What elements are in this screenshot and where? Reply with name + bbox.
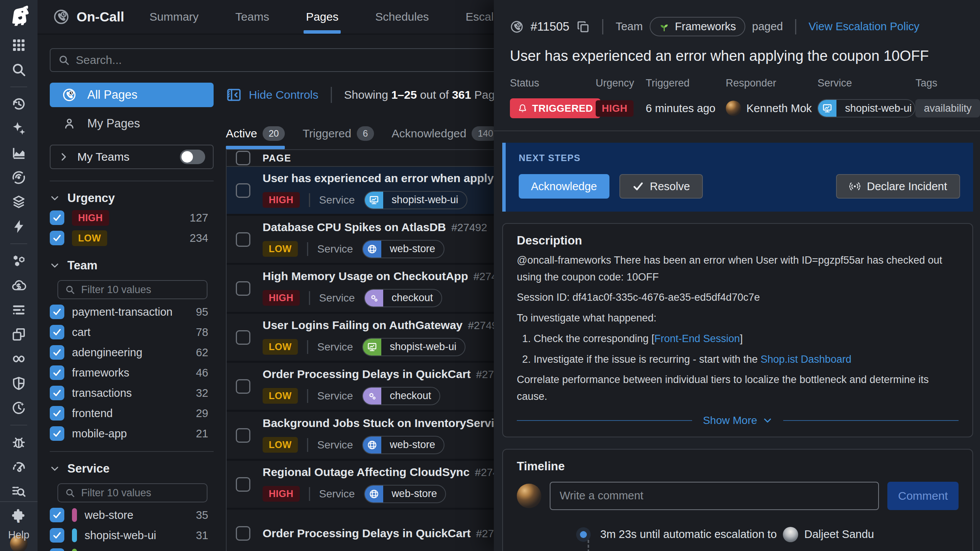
infrastructure-hexagons-icon[interactable] (11, 253, 26, 269)
team-checkbox[interactable] (50, 325, 64, 339)
row-checkbox[interactable] (236, 330, 250, 345)
shopist-dashboard-link[interactable]: Shop.ist Dashboard (761, 354, 851, 365)
service-chip[interactable]: checkout (364, 289, 442, 307)
urgency-label: Urgency (596, 77, 646, 89)
urgency-checkbox[interactable] (50, 231, 64, 245)
event-dot-col (576, 531, 591, 538)
divider (309, 487, 310, 501)
investigate-line: To investigate what happened: (517, 310, 959, 327)
urgency-checkbox[interactable] (50, 210, 64, 225)
team-checkbox[interactable] (50, 365, 64, 380)
team-label: frameworks (72, 367, 129, 379)
service-chip[interactable]: web-store (364, 485, 446, 503)
log-explorer-icon[interactable] (11, 484, 26, 499)
slo-clock-icon[interactable] (11, 400, 26, 416)
team-checkbox[interactable] (50, 345, 64, 360)
integrations-layers-icon[interactable] (11, 194, 26, 210)
history-icon[interactable] (11, 96, 26, 112)
show-more-button[interactable]: Show More (703, 414, 773, 427)
service-chip[interactable]: web-store (362, 436, 444, 454)
service-filter-input[interactable] (81, 487, 217, 499)
row-checkbox[interactable] (236, 477, 250, 492)
team-filter-input[interactable] (81, 284, 217, 296)
row-checkbox[interactable] (236, 526, 250, 541)
row-checkbox[interactable] (236, 281, 250, 296)
copy-id-icon[interactable] (576, 20, 590, 34)
service-chip[interactable]: web-store (362, 240, 444, 258)
select-all-checkbox[interactable] (236, 151, 250, 165)
row-checkbox[interactable] (236, 428, 250, 443)
my-teams-toggle[interactable] (180, 150, 205, 164)
cloud-cost-icon[interactable] (11, 278, 26, 293)
page-row-title: Database CPU Spikes on AtlasDB#27492 (263, 221, 487, 234)
help-label[interactable]: Help (8, 529, 29, 541)
service-section-header[interactable]: Service (50, 462, 214, 476)
security-shield-icon[interactable] (11, 376, 26, 391)
search-icon[interactable] (11, 62, 26, 77)
team-checkbox[interactable] (50, 386, 64, 400)
monitor-icon (367, 342, 377, 352)
help-icon[interactable]: ? (14, 509, 23, 526)
nav-tab-pages[interactable]: Pages (306, 0, 338, 34)
service-chip[interactable]: shopist-web-ui (364, 191, 467, 209)
quick-actions-bolt-icon[interactable] (11, 219, 26, 234)
left-icon-rail: ? Help (0, 0, 38, 551)
service-checkbox[interactable] (50, 528, 64, 543)
divider (307, 242, 308, 256)
watchdog-eye-icon[interactable] (11, 170, 26, 185)
log-pipelines-icon[interactable] (11, 302, 26, 318)
service-chip[interactable]: shopist-web-ui (362, 338, 466, 356)
service-chip[interactable]: shopist-web-ui (817, 99, 915, 117)
copilot-sparkles-icon[interactable] (11, 121, 26, 136)
apps-grid-icon[interactable] (11, 37, 26, 53)
front-end-session-link[interactable]: Front-End Session (654, 333, 740, 344)
apm-gauge-icon[interactable] (11, 459, 26, 474)
team-checkbox[interactable] (50, 305, 64, 319)
view-escalation-policy-link[interactable]: View Escalation Policy (808, 20, 920, 33)
search-icon (58, 54, 70, 66)
nav-tab-teams[interactable]: Teams (235, 0, 269, 34)
page-detail-panel: #11505 Team Frameworks paged View Escala… (494, 0, 980, 551)
resolve-button[interactable]: Resolve (619, 174, 703, 199)
ci-pipelines-icon[interactable] (11, 351, 26, 367)
team-filter-item: transactions32 (50, 385, 214, 401)
nav-tab-schedules[interactable]: Schedules (375, 0, 429, 34)
service-chip[interactable]: checkout (362, 387, 440, 405)
row-checkbox[interactable] (236, 379, 250, 394)
row-checkbox[interactable] (236, 183, 250, 198)
tab-active[interactable]: Active20 (226, 126, 285, 149)
service-label: Service (319, 292, 355, 304)
acknowledge-button[interactable]: Acknowledge (519, 174, 609, 199)
nav-tab-summary[interactable]: Summary (149, 0, 198, 34)
error-tracking-bug-icon[interactable] (11, 435, 26, 450)
my-teams-expander[interactable]: My Teams (50, 145, 214, 169)
description-title: Description (517, 234, 959, 248)
description-paragraph: @oncall-frameworks There has been an err… (517, 252, 959, 285)
check-icon (52, 213, 62, 222)
team-chip[interactable]: Frameworks (650, 17, 745, 36)
declare-incident-button[interactable]: Declare Incident (836, 174, 960, 199)
all-pages-button[interactable]: All Pages (50, 83, 214, 107)
hide-controls-button[interactable]: Hide Controls (226, 87, 318, 103)
service-checkbox[interactable] (50, 548, 64, 551)
tab-acknowledged[interactable]: Acknowledged140 (392, 126, 499, 149)
team-section-header[interactable]: Team (50, 259, 214, 272)
tab-triggered[interactable]: Triggered6 (302, 126, 374, 149)
page-title: User has experienced an error when apply… (510, 48, 980, 64)
service-windows-icon[interactable] (11, 327, 26, 342)
my-pages-button[interactable]: My Pages (50, 112, 214, 135)
urgency-section-header[interactable]: Urgency (50, 191, 214, 205)
datadog-logo-icon[interactable] (7, 5, 30, 28)
team-checkbox[interactable] (50, 426, 64, 441)
page-id: #11505 (531, 20, 569, 34)
row-checkbox[interactable] (236, 232, 250, 247)
person-icon (63, 117, 76, 130)
tag-chip[interactable]: availability (915, 99, 980, 117)
team-checkbox[interactable] (50, 406, 64, 421)
metrics-chart-icon[interactable] (11, 145, 26, 161)
comment-input[interactable] (560, 489, 869, 502)
status-badge[interactable]: TRIGGERED (510, 98, 601, 118)
service-filter-item: web-store35 (50, 507, 214, 523)
service-checkbox[interactable] (50, 508, 64, 522)
comment-button[interactable]: Comment (887, 482, 959, 510)
